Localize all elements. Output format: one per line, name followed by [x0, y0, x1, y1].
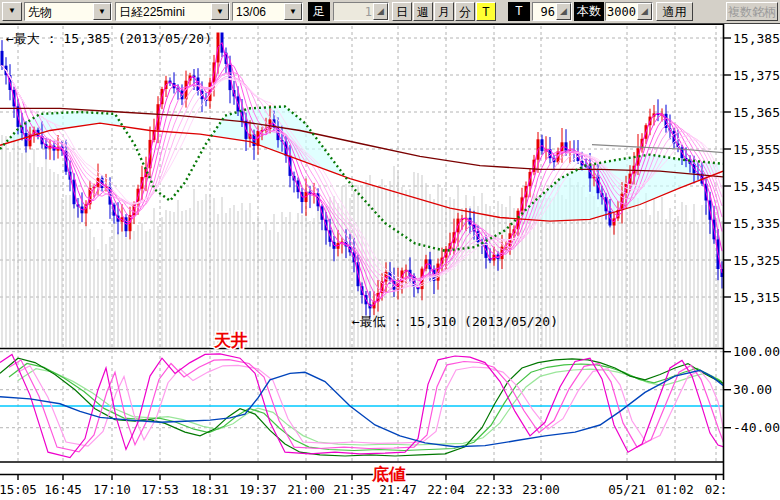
- time-tick-label: 15:05: [0, 482, 37, 497]
- time-tick-label: 05/21: [608, 482, 646, 497]
- time-tick-label: 01:02: [656, 482, 694, 497]
- time-tick-label: 21:00: [287, 482, 325, 497]
- collapse-dropdown-button[interactable]: ▼: [2, 2, 22, 21]
- apply-button[interactable]: 適用: [656, 2, 693, 21]
- period-week-button[interactable]: 週: [413, 2, 433, 21]
- min-annotation: ←最低 : 15,310 (2013/05/20): [352, 314, 558, 329]
- max-annotation: ←最大 : 15,385 (2013/05/20): [6, 31, 212, 46]
- osc-tick-label: 30.00: [733, 382, 772, 397]
- price-tick-label: 15,355: [733, 142, 780, 157]
- bar-interval-input[interactable]: [334, 3, 373, 20]
- time-tick-label: 02:: [705, 482, 728, 497]
- tick-count-field[interactable]: ◢: [532, 2, 572, 21]
- time-tick-label: 22:33: [475, 482, 513, 497]
- period-month-button[interactable]: 月: [434, 2, 454, 21]
- price-tick-label: 15,315: [733, 290, 780, 305]
- period-tick-button[interactable]: T: [476, 2, 496, 21]
- multi-symbol-button: 複数銘柄: [726, 2, 778, 21]
- osc-tick-label: -40.00: [733, 420, 780, 435]
- bar-type-label: 足: [308, 2, 330, 21]
- market-select-value: 先物: [25, 3, 93, 20]
- market-select[interactable]: 先物 ▼: [24, 2, 112, 21]
- bar-count-input[interactable]: [606, 3, 637, 20]
- price-tick-label: 15,335: [733, 216, 780, 231]
- time-tick-label: 21:47: [379, 482, 417, 497]
- chart-application-window: { "toolbar": { "mini_dropdown": "▼", "ma…: [0, 0, 780, 500]
- period-day-button[interactable]: 日: [392, 2, 412, 21]
- symbol-select-value: 日経225mini: [116, 3, 211, 20]
- spinner-icon[interactable]: ◢: [637, 3, 652, 20]
- spinner-icon[interactable]: ◢: [373, 3, 388, 20]
- time-tick-label: 23:00: [522, 482, 560, 497]
- tick-count-input[interactable]: [533, 3, 556, 20]
- time-tick-label: 18:31: [191, 482, 229, 497]
- price-tick-label: 15,325: [733, 253, 780, 268]
- time-tick-label: 21:35: [333, 482, 371, 497]
- contract-select[interactable]: 13/06 ▼: [232, 2, 303, 21]
- tick-count-label: T: [508, 2, 530, 21]
- price-tick-label: 15,385: [733, 31, 780, 46]
- symbol-select[interactable]: 日経225mini ▼: [115, 2, 230, 21]
- bar-count-label: 本数: [574, 2, 604, 21]
- osc-tick-label: 100.00: [733, 344, 780, 359]
- time-tick-label: 17:10: [93, 482, 131, 497]
- price-chart[interactable]: 15,385 15,375 15,365 15,355 15,345 15,33…: [0, 24, 780, 500]
- bar-count-field[interactable]: ◢: [605, 2, 653, 21]
- time-tick-label: 17:53: [141, 482, 179, 497]
- ceiling-annotation: 天井: [213, 330, 248, 350]
- time-tick-label: 22:04: [427, 482, 465, 497]
- contract-select-value: 13/06: [233, 3, 284, 20]
- bar-interval-field[interactable]: ◢: [333, 2, 389, 21]
- price-tick-label: 15,345: [733, 179, 780, 194]
- price-tick-label: 15,375: [733, 68, 780, 83]
- price-tick-label: 15,365: [733, 105, 780, 120]
- period-minute-button[interactable]: 分: [455, 2, 475, 21]
- spinner-icon[interactable]: ◢: [556, 3, 571, 20]
- chevron-down-icon[interactable]: ▼: [284, 3, 302, 20]
- time-tick-label: 16:45: [44, 482, 82, 497]
- chevron-down-icon[interactable]: ▼: [211, 3, 229, 20]
- chevron-down-icon[interactable]: ▼: [93, 3, 111, 20]
- bottom-annotation: 底値: [371, 464, 406, 484]
- time-tick-label: 19:37: [239, 482, 277, 497]
- toolbar: ▼ 先物 ▼ 日経225mini ▼ 13/06 ▼ 足 ◢ 日 週 月 分 T…: [0, 0, 780, 24]
